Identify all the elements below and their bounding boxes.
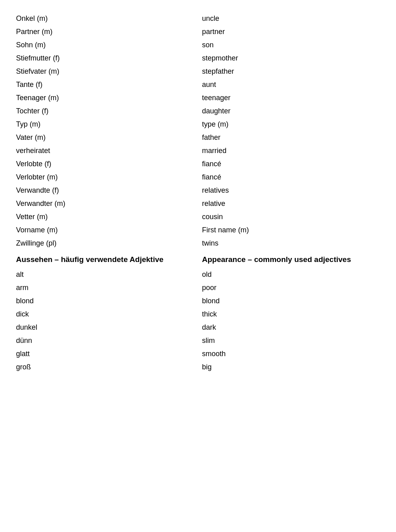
english-word: relatives bbox=[198, 186, 380, 195]
german-word: Verlobter (m) bbox=[16, 173, 198, 181]
english-word: twins bbox=[198, 239, 380, 248]
vocab-row: glattsmooth bbox=[16, 347, 380, 361]
english-word: cousin bbox=[198, 213, 380, 221]
german-word: verheiratet bbox=[16, 147, 198, 155]
vocab-row: Verwandter (m)relative bbox=[16, 197, 380, 210]
vocab-row: blondblond bbox=[16, 294, 380, 308]
german-word: glatt bbox=[16, 350, 198, 358]
vocab-row: Stiefvater (m)stepfather bbox=[16, 65, 380, 78]
vocab-row: verheiratetmarried bbox=[16, 144, 380, 157]
vocab-row: Stiefmutter (f)stepmother bbox=[16, 52, 380, 65]
german-word: dünn bbox=[16, 337, 198, 345]
german-word: dick bbox=[16, 310, 198, 318]
english-word: stepmother bbox=[198, 54, 380, 62]
german-word: Onkel (m) bbox=[16, 14, 198, 23]
english-word: fiancé bbox=[198, 160, 380, 168]
vocab-row: dünnslim bbox=[16, 334, 380, 347]
vocab-row: Sohn (m)son bbox=[16, 38, 380, 52]
vocab-row: Teenager (m)teenager bbox=[16, 91, 380, 105]
german-word: Tante (f) bbox=[16, 81, 198, 89]
german-word: Zwillinge (pl) bbox=[16, 239, 198, 248]
english-word: relative bbox=[198, 200, 380, 208]
german-word: Vetter (m) bbox=[16, 213, 198, 221]
english-word: type (m) bbox=[198, 120, 380, 129]
english-word: aunt bbox=[198, 81, 380, 89]
german-word: Verwandte (f) bbox=[16, 186, 198, 195]
english-word: First name (m) bbox=[198, 226, 380, 234]
vocabulary-table: Onkel (m)unclePartner (m)partnerSohn (m)… bbox=[16, 12, 380, 374]
vocab-row: altold bbox=[16, 268, 380, 281]
vocab-row: Verlobter (m)fiancé bbox=[16, 171, 380, 184]
german-word: blond bbox=[16, 297, 198, 305]
german-word: Typ (m) bbox=[16, 120, 198, 129]
vocab-row: Zwillinge (pl)twins bbox=[16, 237, 380, 250]
german-word: Verwandter (m) bbox=[16, 200, 198, 208]
vocab-row: Partner (m)partner bbox=[16, 25, 380, 38]
english-word: son bbox=[198, 41, 380, 49]
english-word: father bbox=[198, 133, 380, 142]
english-word: thick bbox=[198, 310, 380, 318]
german-word: alt bbox=[16, 270, 198, 279]
vocab-row: Verlobte (f)fiancé bbox=[16, 157, 380, 171]
english-word: blond bbox=[198, 297, 380, 305]
vocab-row: dunkeldark bbox=[16, 321, 380, 334]
section-header-row: Aussehen – häufig verwendete AdjektiveAp… bbox=[16, 250, 380, 268]
section-header-german: Aussehen – häufig verwendete Adjektive bbox=[16, 255, 198, 265]
german-word: groß bbox=[16, 363, 198, 371]
german-word: Teenager (m) bbox=[16, 94, 198, 102]
vocab-row: Tante (f)aunt bbox=[16, 78, 380, 91]
english-word: daughter bbox=[198, 107, 380, 115]
english-word: big bbox=[198, 363, 380, 371]
vocab-row: Vorname (m)First name (m) bbox=[16, 224, 380, 237]
german-word: Tochter (f) bbox=[16, 107, 198, 115]
german-word: Partner (m) bbox=[16, 28, 198, 36]
vocab-row: Vater (m)father bbox=[16, 131, 380, 144]
vocab-row: dickthick bbox=[16, 308, 380, 321]
vocab-row: Onkel (m)uncle bbox=[16, 12, 380, 25]
english-word: uncle bbox=[198, 14, 380, 23]
vocab-row: Verwandte (f)relatives bbox=[16, 184, 380, 197]
german-word: Verlobte (f) bbox=[16, 160, 198, 168]
section-header-english: Appearance – commonly used adjectives bbox=[198, 255, 380, 265]
german-word: Vater (m) bbox=[16, 133, 198, 142]
german-word: Sohn (m) bbox=[16, 41, 198, 49]
english-word: teenager bbox=[198, 94, 380, 102]
german-word: Stiefvater (m) bbox=[16, 67, 198, 76]
vocab-row: armpoor bbox=[16, 281, 380, 294]
english-word: slim bbox=[198, 337, 380, 345]
english-word: poor bbox=[198, 284, 380, 292]
english-word: partner bbox=[198, 28, 380, 36]
vocab-row: Typ (m)type (m) bbox=[16, 118, 380, 131]
vocab-row: Vetter (m)cousin bbox=[16, 210, 380, 224]
german-word: dunkel bbox=[16, 323, 198, 332]
english-word: old bbox=[198, 270, 380, 279]
english-word: fiancé bbox=[198, 173, 380, 181]
german-word: arm bbox=[16, 284, 198, 292]
german-word: Vorname (m) bbox=[16, 226, 198, 234]
english-word: dark bbox=[198, 323, 380, 332]
german-word: Stiefmutter (f) bbox=[16, 54, 198, 62]
english-word: married bbox=[198, 147, 380, 155]
vocab-row: Tochter (f)daughter bbox=[16, 105, 380, 118]
english-word: smooth bbox=[198, 350, 380, 358]
english-word: stepfather bbox=[198, 67, 380, 76]
vocab-row: großbig bbox=[16, 361, 380, 374]
